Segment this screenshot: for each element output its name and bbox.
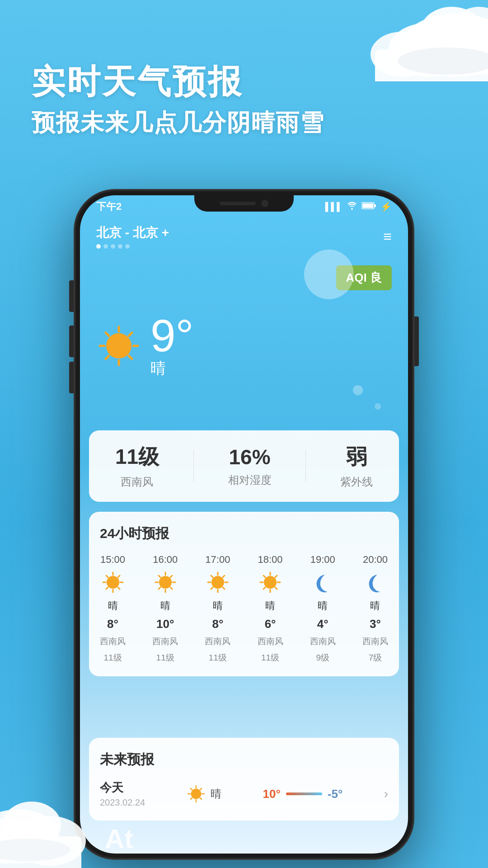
location-title: 北京 - 北京 + [96, 224, 169, 241]
svg-line-55 [263, 587, 265, 589]
stat-uv: 弱 紫外线 [340, 443, 373, 489]
cloud-top-decoration [312, 0, 488, 81]
hourly-item-1: 16:00 [152, 554, 178, 664]
weather-description: 晴 [150, 358, 194, 379]
svg-line-36 [170, 576, 172, 577]
phone-screen: 下午2 ▌▌▌ ⚡ 北京 - 北京 + [80, 195, 408, 854]
hourly-forecast-title: 24小时预报 [100, 524, 388, 543]
svg-line-52 [263, 576, 265, 577]
svg-line-17 [129, 356, 132, 359]
future-desc-today: 晴 [186, 784, 221, 804]
svg-line-54 [275, 576, 277, 577]
hourly-item-3: 18:00 [258, 554, 283, 664]
hour-time-1: 16:00 [153, 554, 178, 566]
hour-level-0: 11级 [103, 652, 122, 664]
future-forecast-title: 未来预报 [100, 750, 388, 769]
hour-wind-0: 西南风 [100, 636, 126, 647]
hour-temp-1: 10° [156, 617, 174, 631]
hour-time-3: 18:00 [258, 554, 283, 566]
app-header: 北京 - 北京 + ≡ [80, 218, 408, 249]
phone-mockup: 下午2 ▌▌▌ ⚡ 北京 - 北京 + [75, 190, 413, 850]
temp-high-today: 10° [263, 787, 281, 801]
hour-wind-4: 西南风 [310, 636, 336, 647]
status-icons: ▌▌▌ ⚡ [325, 201, 392, 212]
stat-humidity-value: 16% [229, 445, 271, 469]
hour-time-4: 19:00 [310, 554, 335, 566]
svg-line-64 [191, 798, 192, 799]
hour-desc-0: 晴 [108, 599, 118, 613]
svg-line-37 [159, 587, 160, 589]
svg-rect-9 [362, 203, 373, 208]
status-time: 下午2 [96, 200, 122, 213]
dot-5 [125, 244, 130, 249]
hour-icon-1 [153, 570, 178, 594]
stat-divider-1 [193, 450, 194, 482]
dot-1 [96, 244, 101, 249]
svg-line-27 [118, 576, 120, 577]
stat-uv-label: 紫外线 [340, 475, 373, 489]
temp-display: 9° 晴 [150, 313, 194, 379]
hour-temp-2: 8° [212, 617, 223, 631]
hourly-item-5: 20:00 晴 3° 西南风 7级 [362, 554, 388, 664]
main-sun-icon [96, 323, 141, 368]
hour-wind-5: 西南风 [362, 636, 388, 647]
svg-point-20 [107, 576, 119, 589]
svg-line-26 [118, 587, 120, 589]
hourly-item-2: 17:00 [205, 554, 230, 664]
svg-line-28 [106, 587, 108, 589]
sun-decoration [304, 250, 354, 299]
notch-camera [261, 200, 268, 207]
hour-wind-1: 西南风 [152, 636, 178, 647]
hour-temp-4: 4° [317, 617, 328, 631]
stat-humidity-label: 相对湿度 [228, 473, 272, 487]
hour-temp-3: 6° [265, 617, 276, 631]
battery-icon [361, 202, 376, 212]
phone-frame: 下午2 ▌▌▌ ⚡ 北京 - 北京 + [75, 190, 413, 859]
stat-divider-2 [305, 450, 306, 482]
stat-uv-value: 弱 [346, 443, 367, 471]
location-text: 北京 - 北京 + [96, 224, 169, 241]
svg-line-16 [106, 333, 109, 336]
hour-time-0: 15:00 [100, 554, 125, 566]
hourly-item-0: 15:00 [100, 554, 126, 664]
bottom-at-text: At [105, 823, 133, 854]
svg-point-56 [191, 789, 202, 799]
hour-desc-2: 晴 [213, 599, 223, 613]
stat-wind-value: 11级 [115, 443, 159, 471]
hourly-row: 15:00 [100, 554, 388, 664]
svg-point-47 [264, 576, 277, 589]
charge-icon: ⚡ [380, 201, 392, 212]
hour-level-1: 11级 [156, 652, 174, 664]
svg-line-35 [170, 587, 172, 589]
hour-time-2: 17:00 [205, 554, 230, 566]
stat-humidity: 16% 相对湿度 [228, 445, 272, 487]
svg-line-18 [129, 333, 132, 336]
svg-line-45 [223, 576, 225, 577]
stat-wind: 11级 西南风 [115, 443, 159, 489]
menu-button[interactable]: ≡ [383, 228, 392, 245]
dot-3 [111, 244, 115, 249]
hour-icon-5 [363, 570, 387, 594]
hero-title: 实时天气预报 [32, 63, 324, 100]
signal-icon: ▌▌▌ [325, 202, 343, 212]
hour-icon-0 [101, 570, 125, 594]
bubble-1 [353, 385, 363, 395]
hour-desc-1: 晴 [160, 599, 170, 613]
main-weather: 9° 晴 [96, 313, 194, 379]
future-arrow[interactable]: › [384, 787, 388, 801]
hour-temp-0: 8° [107, 617, 118, 631]
svg-line-43 [211, 576, 213, 577]
hour-level-5: 7级 [369, 652, 382, 664]
hour-level-2: 11级 [209, 652, 227, 664]
svg-line-44 [223, 587, 225, 589]
svg-line-34 [159, 576, 160, 577]
hour-wind-3: 西南风 [258, 636, 283, 647]
hour-desc-5: 晴 [370, 599, 380, 613]
svg-point-29 [159, 576, 172, 589]
wifi-icon [347, 202, 357, 212]
temperature: 9° [150, 313, 194, 358]
hero-section: 实时天气预报 预报未来几点几分阴晴雨雪 [32, 63, 324, 139]
hour-desc-3: 晴 [265, 599, 275, 613]
hourly-forecast-card: 24小时预报 15:00 [89, 512, 399, 676]
hour-desc-4: 晴 [318, 599, 328, 613]
